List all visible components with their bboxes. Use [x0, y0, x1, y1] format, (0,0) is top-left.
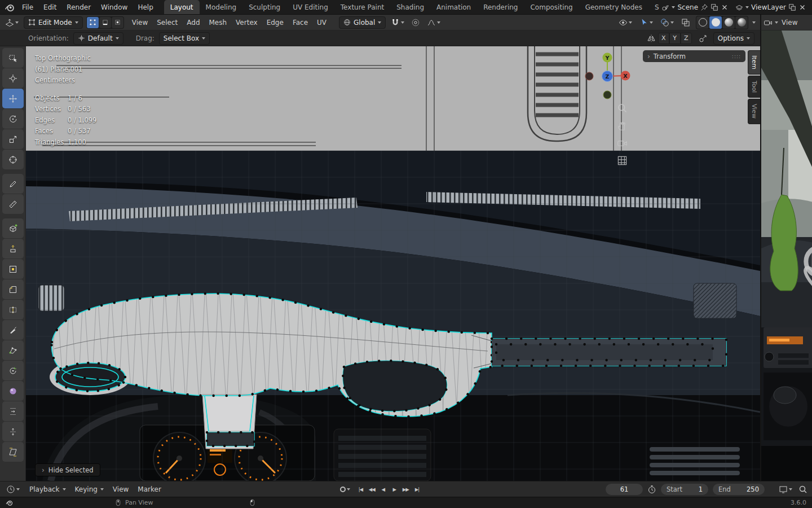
- navigation-gizmo[interactable]: Y X Z: [582, 51, 633, 102]
- next-keyframe-button[interactable]: ▶▶: [400, 484, 411, 495]
- workspace-tab-texture-paint[interactable]: Texture Paint: [334, 0, 390, 14]
- panel-grip-icon[interactable]: ::::: [732, 54, 741, 59]
- show-gizmos-toggle[interactable]: [638, 16, 655, 29]
- camera-view-icon[interactable]: [617, 138, 628, 148]
- proportional-falloff-dropdown[interactable]: [425, 16, 442, 29]
- timeline-menu-playback[interactable]: Playback: [25, 481, 70, 497]
- scene-selector[interactable]: Scene: [659, 1, 731, 14]
- new-scene-icon[interactable]: [710, 3, 718, 11]
- prev-keyframe-button[interactable]: ◀◀: [367, 484, 377, 495]
- menu-window[interactable]: Window: [96, 0, 133, 14]
- snap-toggle[interactable]: [389, 16, 406, 29]
- stopwatch-icon[interactable]: [647, 485, 656, 494]
- workspace-tab-uv-editing[interactable]: UV Editing: [286, 0, 334, 14]
- mirror-axis-x[interactable]: X: [658, 33, 669, 44]
- menu-edit[interactable]: Edit: [38, 0, 61, 14]
- viewport-menu-vertex[interactable]: Vertex: [231, 15, 262, 30]
- tool-tweak[interactable]: [2, 48, 24, 68]
- timeline-menu-marker[interactable]: Marker: [133, 481, 165, 497]
- viewport-menu-mesh[interactable]: Mesh: [205, 15, 232, 30]
- tool-shrink-fatten[interactable]: [2, 422, 24, 441]
- hand-icon[interactable]: [617, 120, 628, 131]
- sidebar-tab-view[interactable]: View: [748, 99, 760, 124]
- tool-measure[interactable]: [2, 194, 24, 214]
- show-overlays-toggle[interactable]: [659, 16, 676, 29]
- close-icon[interactable]: [721, 3, 729, 11]
- zoom-icon[interactable]: [617, 103, 628, 113]
- tool-rotate[interactable]: [2, 109, 24, 129]
- frame-end-field[interactable]: End 250: [713, 484, 765, 495]
- timeline-editor-type-button[interactable]: [5, 483, 21, 496]
- tool-add-cube[interactable]: [2, 218, 24, 238]
- editor-selector-button[interactable]: [777, 483, 794, 496]
- workspace-tab-sculpting[interactable]: Sculpting: [242, 0, 286, 14]
- workspace-tab-animation[interactable]: Animation: [430, 0, 477, 14]
- editor-type-button[interactable]: [3, 16, 20, 29]
- workspace-tab-layout[interactable]: Layout: [164, 0, 200, 14]
- face-select-button[interactable]: [112, 17, 123, 28]
- tool-transform[interactable]: [2, 150, 24, 169]
- play-button[interactable]: ▶: [389, 484, 400, 495]
- hand-icon[interactable]: [798, 57, 807, 67]
- sidebar-tab-item[interactable]: Item: [748, 50, 760, 75]
- tool-loop-cut[interactable]: [2, 300, 24, 319]
- orientation-setting-dropdown[interactable]: Default: [73, 32, 123, 45]
- tool-edge-slide[interactable]: [2, 401, 24, 421]
- tool-scale[interactable]: [2, 129, 24, 149]
- vertex-select-button[interactable]: [87, 17, 99, 28]
- options-dropdown[interactable]: Options: [713, 32, 754, 45]
- tool-knife[interactable]: [2, 320, 24, 340]
- rendered-shading-button[interactable]: [735, 16, 748, 29]
- material-shading-button[interactable]: [722, 16, 735, 29]
- axis-y-neg-handle[interactable]: [603, 91, 611, 99]
- mode-dropdown[interactable]: Edit Mode: [24, 16, 83, 29]
- sidebar-tab-tool[interactable]: Tool: [748, 76, 760, 98]
- grid-toggle-icon[interactable]: [617, 155, 628, 166]
- mirror-axis-y[interactable]: Y: [669, 33, 681, 44]
- operator-panel-hide-selected[interactable]: › Hide Selected: [35, 463, 100, 476]
- viewlayer-selector[interactable]: ViewLayer: [733, 1, 809, 14]
- tool-annotate[interactable]: [2, 174, 24, 194]
- tool-poly-build[interactable]: [2, 340, 24, 360]
- viewport-menu-select[interactable]: Select: [152, 15, 182, 30]
- workspace-tab-geometry-nodes[interactable]: Geometry Nodes: [579, 0, 648, 14]
- tool-inset-faces[interactable]: [2, 259, 24, 279]
- workspace-tab-compositing[interactable]: Compositing: [524, 0, 579, 14]
- right-editor-view-menu[interactable]: View: [780, 19, 798, 27]
- play-reverse-button[interactable]: ◀: [378, 484, 389, 495]
- workspace-tab-modeling[interactable]: Modeling: [200, 0, 243, 14]
- wireframe-shading-button[interactable]: [696, 16, 709, 29]
- new-viewlayer-icon[interactable]: [788, 3, 796, 11]
- workspace-tab-rendering[interactable]: Rendering: [477, 0, 524, 14]
- axis-x-neg-handle[interactable]: [585, 72, 593, 80]
- timeline-menu-keying[interactable]: Keying: [70, 481, 108, 497]
- workspace-tab-shading[interactable]: Shading: [390, 0, 430, 14]
- transform-panel-header[interactable]: › Transform ::::: [643, 50, 745, 62]
- tool-bevel[interactable]: [2, 279, 24, 299]
- menu-render[interactable]: Render: [61, 0, 96, 14]
- pin-icon[interactable]: [700, 3, 708, 11]
- transform-orientation-dropdown[interactable]: Global: [339, 16, 386, 29]
- menu-file[interactable]: File: [17, 0, 38, 14]
- viewport-menu-uv[interactable]: UV: [312, 15, 331, 30]
- secondary-viewport[interactable]: [760, 30, 812, 481]
- workspace-tab-scripting[interactable]: Scripting: [648, 0, 660, 14]
- jump-to-end-button[interactable]: ▶|: [412, 484, 422, 495]
- auto-keying-toggle[interactable]: [338, 483, 352, 496]
- solid-shading-button[interactable]: [709, 16, 722, 29]
- search-icon[interactable]: [798, 485, 807, 494]
- jump-to-start-button[interactable]: |◀: [355, 484, 366, 495]
- current-frame-field[interactable]: 61: [606, 484, 643, 495]
- tool-spin[interactable]: [2, 361, 24, 380]
- tool-shear[interactable]: [2, 442, 24, 462]
- drag-setting-dropdown[interactable]: Select Box: [159, 32, 210, 45]
- visibility-dropdown[interactable]: [617, 16, 634, 29]
- proportional-edit-toggle[interactable]: [409, 16, 422, 29]
- blender-menu-icon[interactable]: [6, 499, 13, 506]
- tool-extrude-region[interactable]: [2, 239, 24, 259]
- tool-smooth[interactable]: [2, 381, 24, 401]
- timeline-menu-view[interactable]: View: [108, 481, 133, 497]
- edge-select-button[interactable]: [99, 17, 111, 28]
- menu-help[interactable]: Help: [133, 0, 158, 14]
- close-icon[interactable]: [798, 3, 806, 11]
